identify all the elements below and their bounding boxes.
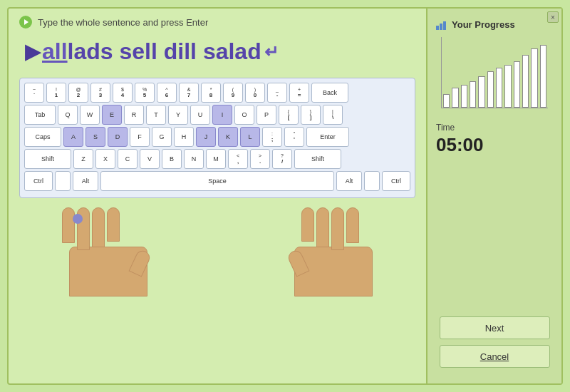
cursor-arrow: ▶	[25, 40, 41, 63]
next-button[interactable]: Next	[440, 316, 550, 339]
key-lbracket[interactable]: {[	[279, 105, 299, 125]
chart-bar-7	[504, 65, 511, 108]
chart-bar-6	[496, 68, 502, 108]
key-j[interactable]: J	[196, 127, 216, 147]
key-alt-right[interactable]: Alt	[336, 171, 362, 191]
key-z[interactable]: Z	[73, 149, 93, 169]
cancel-button[interactable]: Cancel	[440, 345, 550, 368]
key-m[interactable]: M	[206, 149, 226, 169]
key-enter[interactable]: Enter	[306, 127, 349, 147]
close-icon: ×	[551, 14, 555, 21]
key-slash[interactable]: ?/	[272, 149, 292, 169]
key-quote[interactable]: "'	[284, 127, 304, 147]
instruction-bar: Type the whole sentence and press Enter	[19, 16, 415, 29]
chart-bar-8	[514, 61, 520, 108]
progress-chart	[441, 37, 548, 108]
key-8[interactable]: *8	[201, 83, 221, 103]
left-panel: Type the whole sentence and press Enter …	[9, 9, 426, 383]
key-5[interactable]: %5	[135, 83, 155, 103]
chart-bar-9	[522, 55, 529, 108]
key-h[interactable]: H	[174, 127, 194, 147]
key-row-qwerty: Tab Q W E R T Y U I O P {[ }] |\	[24, 105, 410, 125]
key-p[interactable]: P	[256, 105, 276, 125]
key-semicolon[interactable]: :;	[262, 127, 282, 147]
key-row-numbers: ~` !1 @2 #3 $4 %5 ^6 &7 *8 (9 )0 _- += B…	[24, 83, 410, 103]
key-1[interactable]: !1	[46, 83, 66, 103]
key-k[interactable]: K	[218, 127, 238, 147]
right-panel: Your Progress Time 05:00 Next Cancel	[426, 9, 561, 383]
chart-bar-11	[540, 45, 546, 108]
key-comma[interactable]: <,	[228, 149, 248, 169]
key-y[interactable]: Y	[168, 105, 188, 125]
chart-bar-2	[461, 85, 467, 108]
chart-bar-5	[487, 71, 494, 108]
key-alt-left[interactable]: Alt	[73, 171, 98, 191]
key-period[interactable]: >.	[250, 149, 270, 169]
key-l[interactable]: L	[240, 127, 260, 147]
sentence-display: ▶all lads sell dill salad↵	[19, 38, 415, 65]
key-7[interactable]: &7	[179, 83, 199, 103]
key-equals[interactable]: +=	[289, 83, 309, 103]
key-g[interactable]: G	[152, 127, 172, 147]
key-row-zxcv: Shift Z X C V B N M <, >. ?/ Shift	[24, 149, 410, 169]
key-shift-right[interactable]: Shift	[294, 149, 341, 169]
key-d[interactable]: D	[108, 127, 128, 147]
sentence-first-word: all	[42, 38, 68, 65]
key-tab[interactable]: Tab	[24, 105, 56, 125]
key-x[interactable]: X	[95, 149, 115, 169]
key-backslash[interactable]: |\	[323, 105, 343, 125]
chart-bar-4	[478, 76, 484, 108]
key-space[interactable]: Space	[100, 171, 334, 191]
key-tilde[interactable]: ~`	[24, 83, 44, 103]
key-c[interactable]: C	[118, 149, 138, 169]
key-9[interactable]: (9	[223, 83, 243, 103]
key-i[interactable]: I	[212, 105, 232, 125]
key-2[interactable]: @2	[68, 83, 88, 103]
key-4[interactable]: $4	[113, 83, 133, 103]
key-b[interactable]: B	[162, 149, 182, 169]
keyboard: ~` !1 @2 #3 $4 %5 ^6 &7 *8 (9 )0 _- += B…	[19, 78, 415, 198]
hands-area	[19, 204, 415, 296]
time-label: Time	[436, 123, 484, 133]
chart-bar-0	[443, 94, 450, 108]
chart-icon	[436, 19, 447, 30]
key-v[interactable]: V	[140, 149, 160, 169]
key-n[interactable]: N	[184, 149, 204, 169]
key-f[interactable]: F	[130, 127, 150, 147]
key-rbracket[interactable]: }]	[301, 105, 321, 125]
key-shift-left[interactable]: Shift	[24, 149, 71, 169]
key-fn[interactable]	[55, 171, 71, 191]
key-a[interactable]: A	[63, 127, 83, 147]
play-icon[interactable]	[19, 16, 32, 29]
key-fn2[interactable]	[364, 171, 380, 191]
key-q[interactable]: Q	[58, 105, 78, 125]
key-0[interactable]: )0	[245, 83, 265, 103]
chart-bar-1	[452, 88, 458, 108]
key-u[interactable]: U	[190, 105, 210, 125]
progress-header: Your Progress	[436, 19, 515, 30]
key-3[interactable]: #3	[90, 83, 110, 103]
key-s[interactable]: S	[86, 127, 105, 147]
key-e[interactable]: E	[102, 105, 122, 125]
key-o[interactable]: O	[234, 105, 254, 125]
key-6[interactable]: ^6	[157, 83, 177, 103]
key-r[interactable]: R	[124, 105, 144, 125]
key-w[interactable]: W	[80, 105, 100, 125]
key-t[interactable]: T	[146, 105, 166, 125]
key-ctrl-left[interactable]: Ctrl	[24, 171, 53, 191]
key-row-bottom: Ctrl Alt Space Alt Ctrl	[24, 171, 410, 191]
time-section: Time 05:00	[436, 123, 484, 156]
key-backspace[interactable]: Back	[311, 83, 348, 103]
sentence-rest: lads sell dill salad	[68, 38, 261, 65]
close-button[interactable]: ×	[547, 11, 559, 23]
progress-title: Your Progress	[452, 19, 515, 30]
time-value: 05:00	[436, 134, 484, 156]
key-caps[interactable]: Caps	[24, 127, 61, 147]
chart-bar-3	[470, 81, 476, 108]
enter-symbol: ↵	[264, 42, 279, 62]
instruction-text: Type the whole sentence and press Enter	[38, 17, 208, 28]
key-minus[interactable]: _-	[267, 83, 287, 103]
key-row-asdf: Caps A S D F G H J K L :; "' Enter	[24, 127, 410, 147]
key-ctrl-right[interactable]: Ctrl	[382, 171, 410, 191]
chart-bar-10	[531, 48, 537, 108]
